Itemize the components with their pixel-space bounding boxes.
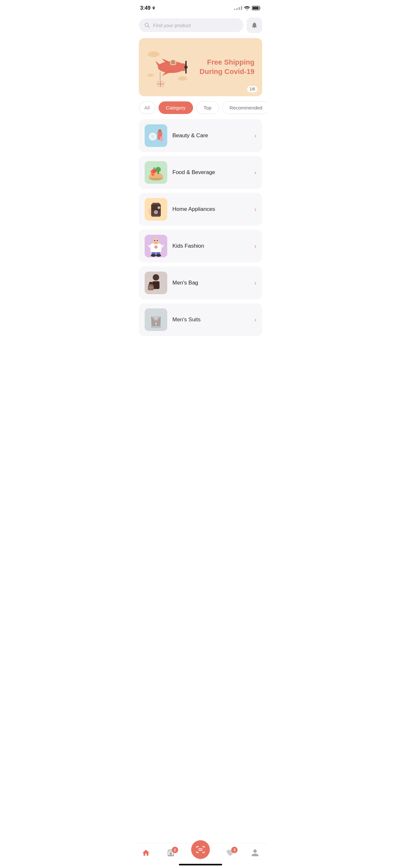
svg-point-38 xyxy=(155,211,157,213)
category-mens-suits[interactable]: Men's Suits › xyxy=(139,303,262,336)
search-container: Find your product xyxy=(134,14,267,36)
svg-line-3 xyxy=(148,26,149,27)
svg-rect-10 xyxy=(185,61,187,67)
category-label-beauty: Beauty & Care xyxy=(173,132,249,139)
category-label-mens-bag: Men's Bag xyxy=(173,280,249,286)
svg-point-53 xyxy=(153,274,159,281)
search-placeholder: Find your product xyxy=(153,23,191,28)
category-food-beverage[interactable]: Food & Beverage › xyxy=(139,156,262,189)
tab-category[interactable]: Category xyxy=(158,101,193,114)
promo-banner[interactable]: Free ShippingDuring Covid-19 1/6 xyxy=(139,38,262,96)
category-thumb-mens-bag xyxy=(145,272,167,294)
category-beauty-care[interactable]: Beauty & Care › xyxy=(139,119,262,152)
category-label-kids: Kids Fashion xyxy=(173,243,249,249)
category-thumb-suits xyxy=(145,308,167,331)
notification-button[interactable] xyxy=(247,18,262,33)
svg-point-25 xyxy=(151,135,154,138)
svg-point-4 xyxy=(148,51,159,57)
svg-point-26 xyxy=(160,136,163,142)
svg-point-47 xyxy=(151,254,156,257)
search-icon xyxy=(144,22,150,28)
banner-illustration xyxy=(144,46,196,88)
category-label-suits: Men's Suits xyxy=(173,316,249,323)
banner-headline: Free ShippingDuring Covid-19 xyxy=(196,58,254,76)
chevron-suits: › xyxy=(254,316,256,323)
svg-rect-11 xyxy=(185,67,187,73)
svg-rect-40 xyxy=(152,203,159,205)
category-thumb-food xyxy=(145,161,167,184)
time-text: 3:49 xyxy=(140,5,150,11)
svg-point-44 xyxy=(154,245,158,249)
svg-point-6 xyxy=(147,73,154,77)
banner-counter: 1/6 xyxy=(247,86,258,92)
search-bar[interactable]: Find your product xyxy=(139,19,243,32)
status-time: 3:49 xyxy=(140,5,156,11)
chevron-mens-bag: › xyxy=(254,280,256,286)
location-icon xyxy=(152,6,156,10)
category-label-food: Food & Beverage xyxy=(173,169,249,176)
svg-rect-1 xyxy=(252,7,258,9)
bell-icon xyxy=(251,22,258,29)
chevron-food: › xyxy=(254,169,256,176)
chevron-kids: › xyxy=(254,243,256,250)
category-kids-fashion[interactable]: Kids Fashion › xyxy=(139,229,262,262)
svg-point-5 xyxy=(178,76,187,81)
tab-recommended[interactable]: Recommended xyxy=(222,101,267,114)
status-icons xyxy=(234,6,261,10)
category-thumb-home xyxy=(145,198,167,221)
category-label-home: Home Appliances xyxy=(173,206,249,213)
category-list: Beauty & Care › Food & Beverage › xyxy=(134,119,267,368)
svg-rect-31 xyxy=(158,172,159,174)
svg-point-50 xyxy=(154,240,155,241)
filter-tabs: All Category Top Recommended xyxy=(134,101,267,119)
svg-point-41 xyxy=(158,206,160,209)
battery-icon xyxy=(252,6,261,10)
chevron-beauty: › xyxy=(254,132,256,139)
tab-all[interactable]: All xyxy=(139,101,155,114)
tab-top[interactable]: Top xyxy=(196,101,219,114)
chevron-home: › xyxy=(254,206,256,213)
svg-rect-23 xyxy=(158,129,161,131)
svg-rect-39 xyxy=(152,215,160,217)
category-thumb-beauty xyxy=(145,124,167,147)
category-home-appliances[interactable]: Home Appliances › xyxy=(139,193,262,226)
svg-point-51 xyxy=(157,240,158,241)
svg-point-49 xyxy=(153,238,159,244)
category-thumb-kids xyxy=(145,235,167,257)
wifi-icon xyxy=(244,6,250,10)
svg-point-48 xyxy=(156,254,161,257)
status-bar: 3:49 xyxy=(134,0,267,14)
signal-icon xyxy=(234,6,242,10)
category-mens-bag[interactable]: Men's Bag › xyxy=(139,267,262,299)
